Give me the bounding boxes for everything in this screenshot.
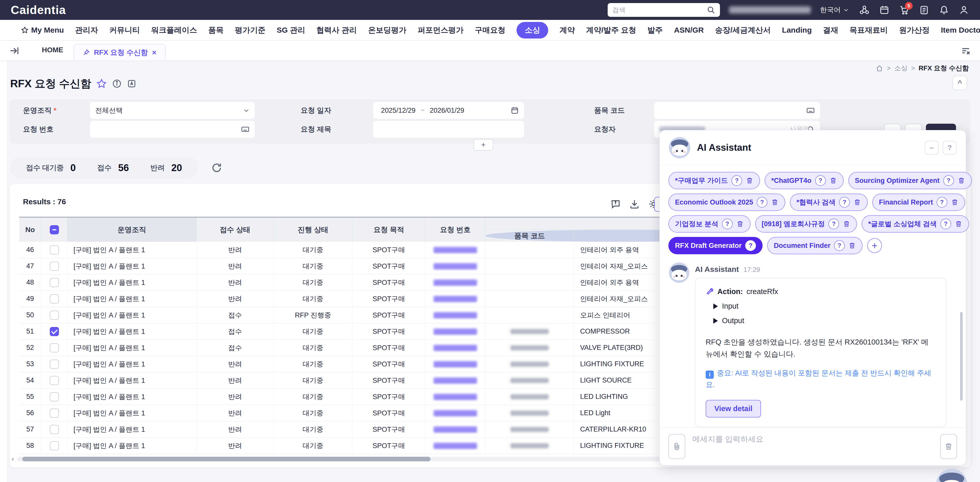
menu-item-15[interactable]: ASN/GR — [674, 26, 704, 35]
col-item-code[interactable]: 품목 코드 — [485, 230, 574, 242]
menu-item-10[interactable]: 구매요청 — [475, 25, 505, 35]
row-checkbox[interactable] — [50, 278, 59, 287]
close-all-tabs-icon[interactable] — [961, 46, 971, 56]
expand-filter-button[interactable]: + — [473, 139, 493, 151]
user-icon[interactable] — [959, 5, 969, 15]
status-stat[interactable]: 접수 대기중0 — [26, 162, 76, 173]
menu-item-1[interactable]: 관리자 — [75, 25, 98, 35]
request-no-link-masked[interactable] — [434, 279, 477, 285]
ai-assistant-floating-button[interactable] — [936, 469, 967, 482]
row-checkbox[interactable] — [50, 360, 59, 369]
sidebar-expand-icon[interactable] — [9, 46, 19, 56]
table-row[interactable]: 54[구매] 법인 A / 플랜트 1반려대기중SPOT구매LIGHT SOUR… — [19, 373, 753, 388]
date-to[interactable]: 2026/01/29 — [427, 106, 467, 114]
request-no-link-masked[interactable] — [434, 345, 477, 351]
request-no-link-masked[interactable] — [434, 427, 477, 433]
tab-close-icon[interactable]: × — [152, 48, 157, 57]
item-code-input[interactable] — [654, 102, 820, 119]
scroll-left-icon[interactable]: ‹ — [12, 455, 14, 463]
menu-item-21[interactable]: Item Doctor — [941, 26, 980, 35]
agent-chip[interactable]: Sourcing Optimizer Agent? — [848, 172, 972, 189]
row-checkbox[interactable] — [50, 262, 59, 271]
language-selector[interactable]: 한국어 — [820, 5, 849, 14]
table-row[interactable]: 46[구매] 법인 A / 플랜트 1반려대기중SPOT구매인테리어 외주 용역 — [19, 242, 753, 258]
chip-help-icon[interactable]: ? — [834, 240, 845, 251]
trash-icon[interactable] — [736, 220, 744, 228]
chip-help-icon[interactable]: ? — [757, 197, 767, 208]
org-select[interactable]: 전체선택 — [90, 102, 255, 119]
request-date-range[interactable]: 2025/12/29 ~ 2026/01/29 — [373, 102, 524, 119]
table-row[interactable]: 49[구매] 법인 A / 플랜트 1반려대기중SPOT구매인테리어 자재_오피… — [19, 291, 753, 307]
search-icon[interactable] — [707, 6, 715, 14]
status-stat[interactable]: 접수56 — [97, 162, 129, 173]
tab-home[interactable]: HOME — [32, 46, 73, 61]
agent-chip[interactable]: Financial Report? — [872, 193, 965, 211]
trash-icon[interactable] — [771, 198, 779, 206]
request-no-input[interactable] — [90, 121, 255, 138]
row-checkbox[interactable] — [50, 409, 59, 418]
chip-help-icon[interactable]: ? — [722, 219, 733, 229]
table-row[interactable]: 47[구매] 법인 A / 플랜트 1반려대기중SPOT구매인테리어 자재_오피… — [19, 258, 753, 274]
col-no[interactable]: No — [19, 217, 41, 242]
agent-chip[interactable]: Document Finder? — [767, 237, 862, 254]
table-row[interactable]: 50[구매] 법인 A / 플랜트 1접수RFP 진행중SPOT구매오피스 인테… — [19, 307, 753, 323]
agent-chip[interactable]: *ChatGPT4o? — [765, 172, 844, 189]
table-row[interactable]: 53[구매] 법인 A / 플랜트 1반려대기중SPOT구매LIGHTING F… — [19, 356, 753, 373]
trash-icon[interactable] — [853, 198, 861, 206]
request-no-link-masked[interactable] — [434, 443, 477, 449]
request-no-link-masked[interactable] — [434, 312, 477, 318]
chip-help-icon[interactable]: ? — [943, 175, 954, 186]
row-checkbox[interactable] — [50, 343, 59, 352]
download-icon[interactable] — [629, 198, 640, 209]
report-icon[interactable] — [919, 5, 929, 15]
home-icon[interactable] — [876, 65, 883, 72]
agent-chip[interactable]: Economic Outlook 2025? — [668, 193, 785, 211]
trash-icon[interactable] — [958, 177, 965, 184]
collapse-filter-button[interactable]: ^ — [953, 76, 967, 90]
request-no-link-masked[interactable] — [434, 394, 477, 400]
clear-chat-button[interactable] — [940, 434, 957, 459]
scrollbar-thumb[interactable] — [22, 457, 431, 461]
request-no-link-masked[interactable] — [434, 361, 477, 367]
agent-chip[interactable]: RFX Draft Generator? — [668, 237, 762, 254]
menu-item-18[interactable]: 결재 — [823, 25, 838, 35]
ai-message-input[interactable] — [692, 435, 933, 444]
input-toggle[interactable]: Input — [713, 302, 935, 310]
request-title-input[interactable] — [373, 121, 524, 138]
request-no-link-masked[interactable] — [434, 263, 477, 269]
row-checkbox[interactable] — [50, 327, 59, 336]
table-row[interactable]: 51[구매] 법인 A / 플랜트 1접수대기중SPOT구매COMPRESSOR — [19, 323, 753, 340]
info-icon[interactable] — [112, 79, 122, 89]
table-row[interactable]: 52[구매] 법인 A / 플랜트 1접수대기중SPOT구매VALVE PLAT… — [19, 340, 753, 356]
minimize-button[interactable]: – — [925, 141, 939, 155]
menu-item-8[interactable]: 온보딩평가 — [368, 25, 406, 35]
feedback-icon[interactable] — [610, 198, 621, 209]
attach-file-button[interactable] — [668, 434, 685, 459]
row-checkbox[interactable] — [50, 311, 59, 320]
output-toggle[interactable]: Output — [713, 317, 935, 325]
agent-chip[interactable]: *구매업무 가이드? — [668, 172, 760, 189]
breadcrumb-parent[interactable]: 소싱 — [894, 64, 907, 73]
global-search[interactable] — [608, 3, 720, 17]
favorite-star-icon[interactable] — [96, 78, 107, 89]
row-checkbox[interactable] — [50, 441, 59, 450]
status-stat[interactable]: 반려20 — [150, 162, 182, 173]
trash-icon[interactable] — [829, 177, 837, 184]
help-button[interactable]: ? — [943, 141, 956, 155]
chip-help-icon[interactable]: ? — [829, 219, 839, 229]
agent-chip[interactable]: *글로벌 소싱업체 검색? — [862, 215, 969, 233]
global-search-input[interactable] — [612, 6, 707, 14]
bell-icon[interactable] — [939, 5, 950, 15]
menu-item-5[interactable]: 평가기준 — [235, 25, 266, 35]
col-request-purpose[interactable]: 요청 목적 — [352, 217, 425, 242]
request-no-link-masked[interactable] — [434, 410, 477, 416]
chip-help-icon[interactable]: ? — [937, 197, 947, 208]
chip-help-icon[interactable]: ? — [732, 175, 742, 186]
agent-chip[interactable]: 기업정보 분석? — [668, 215, 751, 233]
chip-help-icon[interactable]: ? — [745, 240, 756, 251]
menu-item-14[interactable]: 발주 — [648, 25, 663, 35]
row-checkbox[interactable] — [50, 294, 59, 303]
trash-icon[interactable] — [746, 177, 753, 184]
menu-item-17[interactable]: Landing — [782, 26, 812, 35]
add-agent-button[interactable]: + — [867, 238, 882, 253]
